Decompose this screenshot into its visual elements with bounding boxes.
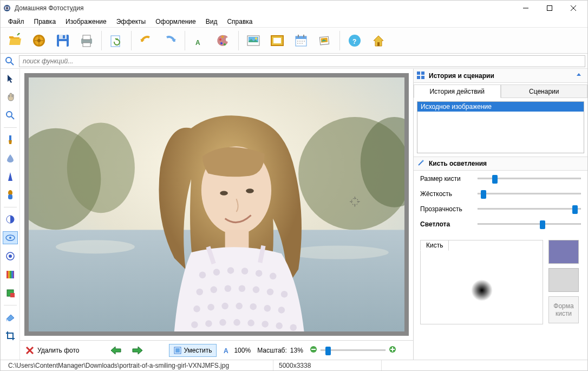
next-button[interactable]: [130, 344, 145, 357]
tool-crop[interactable]: [3, 329, 18, 342]
svg-point-93: [221, 303, 228, 310]
tool-hand[interactable]: [3, 90, 18, 103]
svg-line-125: [419, 161, 423, 165]
tool-fill[interactable]: [3, 287, 18, 300]
menu-view[interactable]: Вид: [201, 17, 222, 27]
print-button[interactable]: [76, 30, 97, 51]
image-button[interactable]: [243, 30, 264, 51]
tool-dodge[interactable]: [3, 231, 18, 244]
tool-burn[interactable]: [3, 250, 18, 263]
svg-rect-53: [8, 194, 12, 199]
menu-file[interactable]: Файл: [4, 17, 29, 27]
home-button[interactable]: [368, 30, 389, 51]
status-dims: 5000x3338: [273, 360, 382, 370]
menu-bar: Файл Правка Изображение Эффекты Оформлен…: [1, 16, 587, 28]
svg-point-80: [227, 267, 234, 274]
open-button[interactable]: [5, 30, 25, 51]
zoom-out-button[interactable]: [310, 346, 317, 355]
zoom-label: Масштаб:: [257, 347, 287, 354]
text-button[interactable]: A: [190, 30, 210, 51]
tool-clone[interactable]: [3, 188, 18, 201]
close-button[interactable]: [561, 1, 585, 16]
menu-effects[interactable]: Эффекты: [112, 17, 151, 27]
menu-decoration[interactable]: Оформление: [151, 17, 200, 27]
svg-point-81: [241, 268, 249, 275]
convert-button[interactable]: [106, 30, 127, 51]
calendar-button[interactable]: [291, 30, 311, 51]
zoom-in-button[interactable]: [389, 346, 396, 355]
palette-button[interactable]: [213, 30, 234, 51]
tool-dodge-mask[interactable]: [3, 213, 18, 226]
tool-sharpen[interactable]: [3, 170, 18, 183]
zoom-value: 13%: [290, 347, 306, 354]
tab-history[interactable]: История действий: [414, 84, 501, 98]
brush-opacity-label: Прозрачность: [420, 205, 474, 213]
delete-photo-button[interactable]: Удалить фото: [25, 346, 79, 355]
help-button[interactable]: ?: [344, 30, 365, 51]
tab-scenarios[interactable]: Сценарии: [501, 84, 588, 97]
fit-icon: [174, 347, 181, 354]
svg-rect-123: [417, 76, 420, 79]
tool-eraser[interactable]: [3, 311, 18, 324]
tool-blur[interactable]: [3, 152, 18, 165]
brush-light-slider[interactable]: [478, 220, 581, 228]
svg-point-104: [276, 322, 283, 329]
menu-edit[interactable]: Правка: [30, 17, 61, 27]
tool-gradient[interactable]: [3, 268, 18, 281]
svg-point-83: [270, 273, 277, 280]
save-button[interactable]: [53, 30, 73, 51]
search-icon[interactable]: [3, 55, 17, 68]
maximize-button[interactable]: [538, 1, 561, 16]
svg-point-75: [220, 191, 228, 195]
collapse-button[interactable]: [576, 71, 584, 80]
tool-pointer[interactable]: [3, 72, 18, 85]
svg-point-79: [213, 269, 220, 276]
menu-help[interactable]: Справка: [223, 17, 257, 27]
svg-point-86: [225, 285, 232, 292]
zoom-100-button[interactable]: A 100%: [223, 347, 251, 354]
frame-button[interactable]: [267, 30, 288, 51]
history-item[interactable]: Исходное изображение: [417, 102, 584, 112]
brush-panel-title: Кисть осветления: [429, 160, 584, 167]
collage-button[interactable]: [315, 30, 335, 51]
svg-rect-15: [63, 35, 65, 38]
brush-opacity-slider[interactable]: [478, 205, 581, 213]
color-swatch-secondary[interactable]: [548, 268, 579, 292]
window-title: Домашняя Фотостудия: [15, 4, 514, 12]
color-swatch-primary[interactable]: [548, 240, 579, 264]
minimize-button[interactable]: [514, 1, 538, 16]
canvas-area[interactable]: [20, 69, 413, 340]
zoom-slider[interactable]: [321, 347, 386, 354]
undo-button[interactable]: [136, 30, 156, 51]
svg-point-90: [281, 291, 288, 298]
prev-button[interactable]: [108, 344, 123, 357]
photo-canvas[interactable]: [29, 77, 404, 331]
svg-point-22: [220, 42, 223, 44]
menu-image[interactable]: Изображение: [61, 17, 111, 27]
brush-hard-slider[interactable]: [478, 190, 581, 198]
svg-point-105: [290, 324, 297, 331]
svg-rect-14: [59, 41, 67, 47]
svg-rect-61: [10, 271, 11, 278]
status-path: C:\Users\ContentManager\Downloads\portra…: [3, 360, 273, 370]
brush-shape-button[interactable]: Форма кисти: [548, 296, 579, 323]
tool-zoom[interactable]: [3, 109, 18, 122]
history-list[interactable]: Исходное изображение: [417, 101, 584, 153]
brush-size-slider[interactable]: [478, 175, 581, 183]
svg-rect-114: [175, 348, 180, 353]
brush-preview-tab[interactable]: Кисть: [420, 240, 449, 251]
search-input[interactable]: [19, 55, 585, 67]
svg-point-101: [233, 319, 240, 326]
svg-rect-60: [8, 271, 10, 278]
fit-button[interactable]: Уместить: [169, 344, 217, 357]
svg-point-87: [239, 285, 246, 292]
svg-text:A: A: [195, 39, 200, 47]
svg-rect-62: [11, 271, 13, 278]
svg-rect-124: [421, 76, 424, 79]
wand-icon: [417, 159, 426, 168]
svg-rect-4: [547, 6, 552, 11]
redo-button[interactable]: [160, 30, 180, 51]
svg-point-94: [236, 303, 243, 310]
catalog-button[interactable]: [29, 30, 49, 51]
tool-brush[interactable]: [3, 133, 18, 146]
